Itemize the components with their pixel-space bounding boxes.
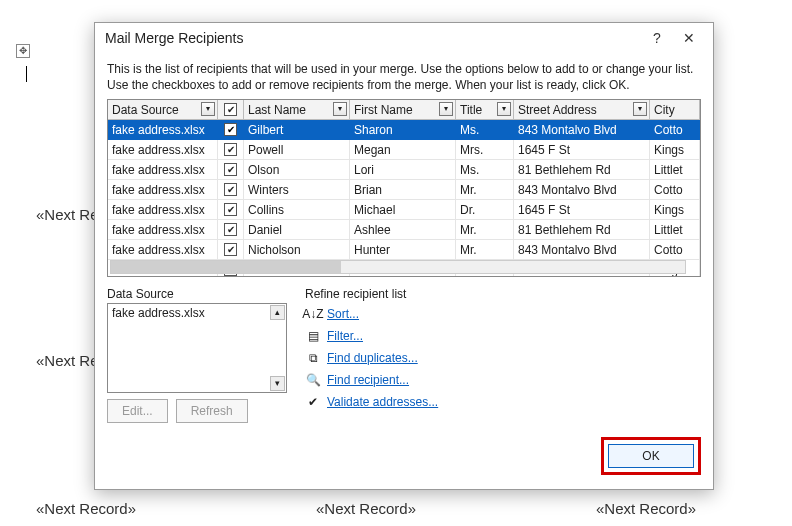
header-city[interactable]: City [650, 100, 700, 120]
data-source-label: Data Source [107, 287, 287, 301]
header-last-name-label: Last Name [248, 103, 306, 117]
cell-data-source: fake address.xlsx [108, 220, 218, 240]
refine-item: A↓ZSort... [305, 303, 701, 325]
instructions-line-1: This is the list of recipients that will… [107, 62, 693, 76]
cell-street-address: 1645 F St [514, 200, 650, 220]
refine-link[interactable]: Filter... [327, 329, 363, 343]
scroll-up-icon[interactable]: ▴ [270, 305, 285, 320]
grid-horizontal-scrollbar[interactable] [110, 260, 686, 274]
checkbox-icon[interactable]: ✔ [224, 123, 237, 136]
header-data-source-label: Data Source [112, 103, 179, 117]
help-button[interactable]: ? [641, 26, 673, 50]
cell-title: Mr. [456, 180, 514, 200]
cell-first-name: Ashlee [350, 220, 456, 240]
refine-item-icon: ✔ [305, 394, 321, 410]
table-row[interactable]: fake address.xlsx✔CollinsMichaelDr.1645 … [108, 200, 700, 220]
cell-data-source: fake address.xlsx [108, 160, 218, 180]
edit-button[interactable]: Edit... [107, 399, 168, 423]
cell-city: Cotto [650, 240, 700, 260]
cell-title: Ms. [456, 120, 514, 140]
recipients-grid[interactable]: Data Source▾ ✔ Last Name▾ First Name▾ Ti… [107, 99, 701, 277]
cell-checkbox[interactable]: ✔ [218, 180, 244, 200]
cell-street-address: 843 Montalvo Blvd [514, 240, 650, 260]
ok-button[interactable]: OK [608, 444, 694, 468]
refine-link[interactable]: Sort... [327, 307, 359, 321]
cell-data-source: fake address.xlsx [108, 140, 218, 160]
header-title-label: Title [460, 103, 482, 117]
checkbox-icon[interactable]: ✔ [224, 223, 237, 236]
cell-title: Dr. [456, 200, 514, 220]
checkbox-icon[interactable]: ✔ [224, 203, 237, 216]
table-row[interactable]: fake address.xlsx✔NicholsonHunterMr.843 … [108, 240, 700, 260]
header-first-name-label: First Name [354, 103, 413, 117]
cell-checkbox[interactable]: ✔ [218, 220, 244, 240]
refine-item: ⧉Find duplicates... [305, 347, 701, 369]
cell-first-name: Megan [350, 140, 456, 160]
chevron-down-icon[interactable]: ▾ [333, 102, 347, 116]
dialog-titlebar: Mail Merge Recipients ? ✕ [95, 23, 713, 53]
cell-last-name: Gilbert [244, 120, 350, 140]
refine-item: ✔Validate addresses... [305, 391, 701, 413]
data-source-list[interactable]: fake address.xlsx ▴ ▾ [107, 303, 287, 393]
header-street-address[interactable]: Street Address▾ [514, 100, 650, 120]
cell-city: Kings [650, 200, 700, 220]
refine-item-icon: ▤ [305, 328, 321, 344]
cell-checkbox[interactable]: ✔ [218, 240, 244, 260]
cell-last-name: Winters [244, 180, 350, 200]
refine-link[interactable]: Validate addresses... [327, 395, 438, 409]
cell-first-name: Michael [350, 200, 456, 220]
header-check-all[interactable]: ✔ [218, 100, 244, 120]
refine-link[interactable]: Find duplicates... [327, 351, 418, 365]
cell-first-name: Hunter [350, 240, 456, 260]
merge-field-placeholder: «Next Record» [316, 500, 416, 517]
cell-data-source: fake address.xlsx [108, 120, 218, 140]
merge-field-placeholder: «Next Record» [36, 500, 136, 517]
cell-first-name: Brian [350, 180, 456, 200]
checkbox-icon[interactable]: ✔ [224, 103, 237, 116]
header-title[interactable]: Title▾ [456, 100, 514, 120]
text-cursor [26, 66, 27, 82]
table-row[interactable]: fake address.xlsx✔WintersBrianMr.843 Mon… [108, 180, 700, 200]
refine-item-icon: A↓Z [305, 306, 321, 322]
cell-title: Mr. [456, 240, 514, 260]
table-row[interactable]: fake address.xlsx✔GilbertSharonMs.843 Mo… [108, 120, 700, 140]
refine-item-icon: ⧉ [305, 350, 321, 366]
cell-last-name: Olson [244, 160, 350, 180]
instructions-line-2: Use the checkboxes to add or remove reci… [107, 78, 630, 92]
header-first-name[interactable]: First Name▾ [350, 100, 456, 120]
checkbox-icon[interactable]: ✔ [224, 163, 237, 176]
cell-data-source: fake address.xlsx [108, 180, 218, 200]
cell-checkbox[interactable]: ✔ [218, 120, 244, 140]
table-row[interactable]: fake address.xlsx✔DanielAshleeMr.81 Beth… [108, 220, 700, 240]
header-last-name[interactable]: Last Name▾ [244, 100, 350, 120]
cell-street-address: 843 Montalvo Blvd [514, 180, 650, 200]
checkbox-icon[interactable]: ✔ [224, 143, 237, 156]
scrollbar-thumb[interactable] [111, 261, 341, 273]
header-data-source[interactable]: Data Source▾ [108, 100, 218, 120]
table-row[interactable]: fake address.xlsx✔OlsonLoriMs.81 Bethleh… [108, 160, 700, 180]
cell-data-source: fake address.xlsx [108, 200, 218, 220]
data-source-item[interactable]: fake address.xlsx [112, 306, 205, 320]
cell-street-address: 81 Bethlehem Rd [514, 160, 650, 180]
cell-checkbox[interactable]: ✔ [218, 140, 244, 160]
chevron-down-icon[interactable]: ▾ [201, 102, 215, 116]
cell-last-name: Nicholson [244, 240, 350, 260]
refine-label: Refine recipient list [305, 287, 701, 301]
cell-first-name: Lori [350, 160, 456, 180]
refine-link[interactable]: Find recipient... [327, 373, 409, 387]
chevron-down-icon[interactable]: ▾ [633, 102, 647, 116]
cell-last-name: Powell [244, 140, 350, 160]
scroll-down-icon[interactable]: ▾ [270, 376, 285, 391]
refresh-button[interactable]: Refresh [176, 399, 248, 423]
close-button[interactable]: ✕ [673, 26, 705, 50]
checkbox-icon[interactable]: ✔ [224, 243, 237, 256]
cell-city: Littlet [650, 220, 700, 240]
checkbox-icon[interactable]: ✔ [224, 183, 237, 196]
cell-city: Kings [650, 140, 700, 160]
table-row[interactable]: fake address.xlsx✔PowellMeganMrs.1645 F … [108, 140, 700, 160]
cell-checkbox[interactable]: ✔ [218, 160, 244, 180]
cell-checkbox[interactable]: ✔ [218, 200, 244, 220]
chevron-down-icon[interactable]: ▾ [497, 102, 511, 116]
dialog-title: Mail Merge Recipients [105, 30, 641, 46]
chevron-down-icon[interactable]: ▾ [439, 102, 453, 116]
